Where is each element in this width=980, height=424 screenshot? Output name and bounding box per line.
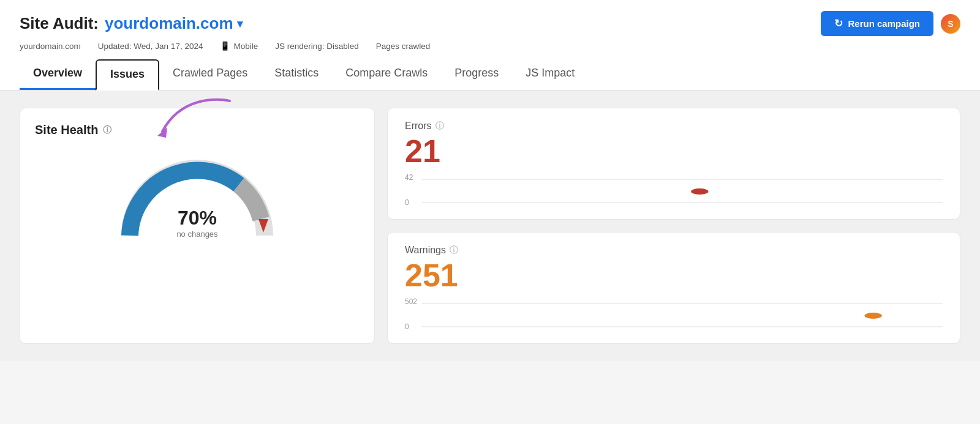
warnings-value: 251 [405,259,943,291]
tab-issues[interactable]: Issues [96,59,159,91]
device-info: 📱 Mobile [220,41,258,51]
rerun-label: Rerun campaign [848,18,920,29]
cards-row: Site Health ⓘ 70% no changes [20,108,960,344]
tab-crawled-pages[interactable]: Crawled Pages [159,59,261,90]
domain-link[interactable]: yourdomain.com ▾ [105,14,242,33]
js-rendering: JS rendering: Disabled [275,42,359,51]
avatar-group: S [941,14,960,34]
tab-navigation: Overview Issues Crawled Pages Statistics… [20,59,960,90]
tab-progress[interactable]: Progress [441,59,512,90]
errors-max-label: 42 [405,173,413,182]
errors-card: Errors ⓘ 21 42 0 [387,108,960,220]
updated-date: Updated: Wed, Jan 17, 2024 [98,42,203,51]
warnings-info-icon[interactable]: ⓘ [450,245,458,256]
mobile-icon: 📱 [220,41,230,51]
site-health-card: Site Health ⓘ 70% no changes [20,108,375,344]
tab-overview[interactable]: Overview [20,59,96,90]
tab-compare-crawls[interactable]: Compare Crawls [332,59,441,90]
errors-info-icon[interactable]: ⓘ [435,121,444,132]
gauge-center: 70% no changes [176,207,217,239]
main-content: Site Health ⓘ 70% no changes [0,91,980,361]
errors-spark: 42 0 [405,173,943,207]
warnings-label: Warnings ⓘ [405,245,943,256]
header-top-row: Site Audit: yourdomain.com ▾ ↻ Rerun cam… [20,11,960,36]
errors-spark-labels: 42 0 [405,173,413,207]
errors-label: Errors ⓘ [405,121,943,132]
avatar[interactable]: S [941,14,960,34]
site-health-title: Site Health ⓘ [35,123,360,137]
header-actions: ↻ Rerun campaign S [821,11,960,36]
chevron-down-icon: ▾ [237,17,243,31]
warnings-max-label: 502 [405,297,417,306]
site-audit-label: Site Audit: [20,14,99,33]
errors-spark-chart [422,173,943,207]
refresh-icon: ↻ [834,17,843,30]
warnings-spark: 502 0 [405,297,943,331]
header-meta-row: yourdomain.com Updated: Wed, Jan 17, 202… [20,41,960,51]
gauge-percent: 70% [176,207,217,229]
gauge-subtitle: no changes [176,229,217,239]
errors-value: 21 [405,135,943,167]
device-label: Mobile [233,42,258,51]
pages-crawled: Pages crawled [376,42,431,51]
domain-meta: yourdomain.com [20,42,81,51]
metrics-column: Errors ⓘ 21 42 0 [387,108,960,344]
tab-js-impact[interactable]: JS Impact [512,59,588,90]
page-header: Site Audit: yourdomain.com ▾ ↻ Rerun cam… [0,0,980,91]
warnings-min-label: 0 [405,322,417,331]
warnings-spark-labels: 502 0 [405,297,417,331]
rerun-campaign-button[interactable]: ↻ Rerun campaign [821,11,933,36]
warnings-card: Warnings ⓘ 251 502 0 [387,232,960,344]
svg-point-7 [865,313,882,319]
site-health-info-icon[interactable]: ⓘ [103,125,111,136]
svg-point-4 [691,188,708,195]
title-group: Site Audit: yourdomain.com ▾ [20,14,243,33]
gauge-container: 70% no changes [35,147,360,245]
tab-statistics[interactable]: Statistics [261,59,332,90]
warnings-spark-chart [422,297,943,331]
domain-text: yourdomain.com [105,14,233,33]
errors-min-label: 0 [405,198,413,207]
